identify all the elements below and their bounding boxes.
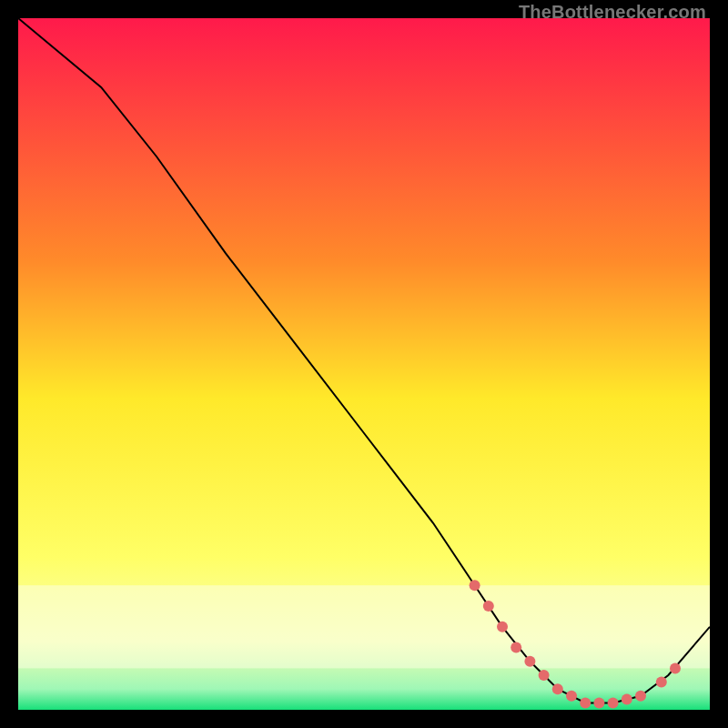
- data-dot: [524, 656, 535, 667]
- pale-band: [18, 585, 710, 668]
- data-dot: [483, 601, 494, 612]
- data-dot: [552, 683, 563, 694]
- data-dot: [635, 691, 646, 702]
- data-dot: [539, 670, 550, 681]
- data-dot: [656, 677, 667, 688]
- data-dot: [622, 694, 632, 705]
- data-dot: [670, 662, 681, 673]
- data-dot: [566, 691, 577, 702]
- data-dot: [593, 697, 604, 708]
- data-dot: [470, 580, 480, 591]
- data-dot: [511, 642, 521, 653]
- data-dot: [608, 697, 619, 708]
- data-dot: [580, 697, 591, 708]
- bottleneck-chart: [18, 18, 710, 710]
- data-dot: [497, 622, 508, 632]
